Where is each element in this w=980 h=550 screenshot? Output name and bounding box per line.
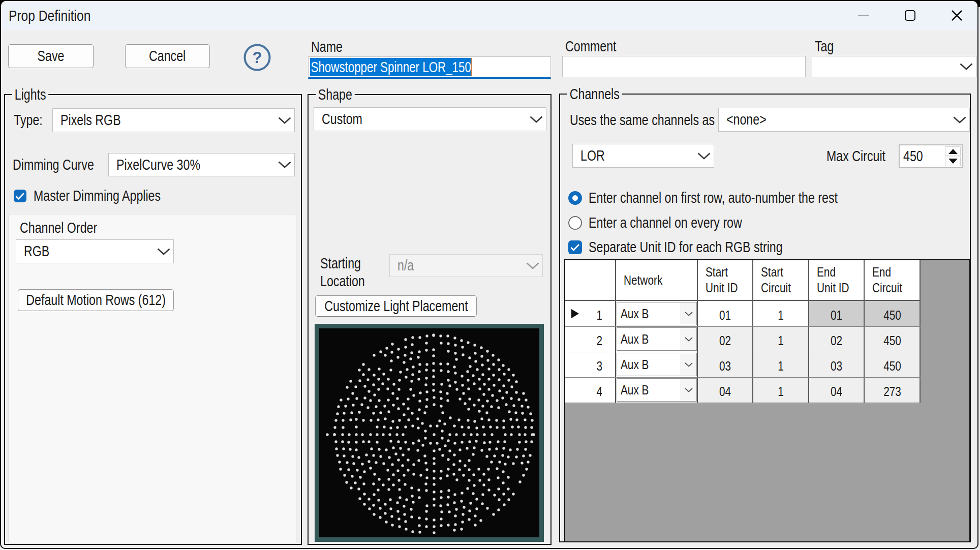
- svg-text:?: ?: [253, 49, 262, 67]
